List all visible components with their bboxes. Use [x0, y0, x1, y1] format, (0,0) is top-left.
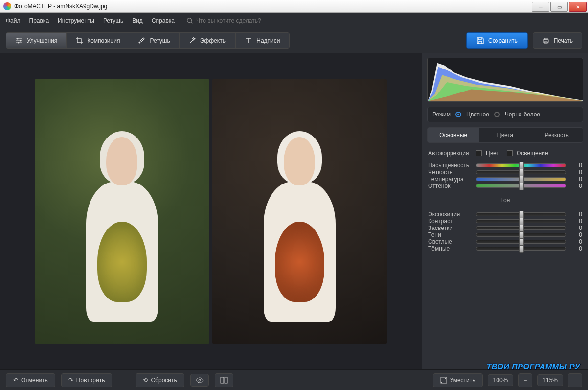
- slider-thumb[interactable]: [519, 183, 524, 190]
- print-button[interactable]: Печать: [533, 32, 582, 49]
- slider-row-tone-5: Тёмные0: [428, 245, 582, 252]
- tool-retouch-label: Ретушь: [150, 37, 170, 44]
- text-icon: [245, 37, 252, 45]
- zoom-current[interactable]: 115%: [537, 374, 563, 386]
- slider-track[interactable]: [476, 177, 566, 181]
- slider-label: Оттенок: [428, 183, 472, 189]
- menu-help[interactable]: Справка: [151, 15, 176, 26]
- tab-sharpness[interactable]: Резкость: [531, 128, 583, 142]
- menu-view[interactable]: Вид: [131, 15, 144, 26]
- tool-enhance-label: Улучшения: [27, 37, 57, 44]
- slider-row-top-0: Насыщенность0: [428, 162, 582, 169]
- slider-thumb[interactable]: [519, 245, 524, 253]
- undo-label: Отменить: [21, 377, 48, 384]
- slider-label: Экспозиция: [428, 211, 472, 218]
- slider-track[interactable]: [476, 219, 566, 223]
- mode-label: Режим: [432, 111, 451, 118]
- search-input[interactable]: [196, 17, 284, 24]
- slider-label: Температура: [428, 176, 472, 183]
- compare-button[interactable]: [215, 373, 233, 387]
- auto-light-checkbox[interactable]: [507, 150, 513, 156]
- slider-track[interactable]: [476, 184, 566, 188]
- fit-button[interactable]: Уместить: [433, 373, 483, 387]
- slider-track[interactable]: [476, 240, 566, 244]
- menu-edit[interactable]: Правка: [28, 15, 50, 26]
- tool-composition[interactable]: Композиция: [67, 33, 129, 48]
- redo-button[interactable]: ↷ Повторить: [61, 373, 113, 387]
- eye-icon: [196, 377, 204, 383]
- menu-search: [186, 17, 284, 24]
- canvas-area: [0, 53, 422, 369]
- side-panel: Режим Цветное Черно-белое Основные Цвета…: [422, 53, 588, 369]
- menu-bar: Файл Правка Инструменты Ретушь Вид Справ…: [0, 13, 588, 28]
- zoom-actual[interactable]: 100%: [488, 374, 514, 386]
- slider-value: 0: [570, 211, 582, 218]
- crop-icon: [75, 37, 83, 45]
- slider-row-tone-0: Экспозиция0: [428, 211, 582, 218]
- redo-icon: ↷: [68, 377, 73, 384]
- slider-row-tone-3: Тени0: [428, 231, 582, 238]
- slider-track[interactable]: [476, 247, 566, 251]
- window-maximize-button[interactable]: ▭: [550, 2, 568, 12]
- redo-label: Повторить: [76, 377, 105, 384]
- slider-label: Светлые: [428, 238, 472, 245]
- reset-button[interactable]: ⟲ Сбросить: [136, 373, 184, 387]
- svg-point-3: [20, 40, 22, 42]
- adjust-panel: Автокоррекция Цвет Освещение Насыщенност…: [427, 148, 583, 254]
- slider-track[interactable]: [476, 226, 566, 230]
- slider-label: Контраст: [428, 218, 472, 225]
- adjust-tabs: Основные Цвета Резкость: [427, 127, 583, 143]
- tab-basic[interactable]: Основные: [428, 128, 479, 142]
- tool-effects-label: Эффекты: [200, 37, 227, 44]
- menu-tools[interactable]: Инструменты: [57, 15, 95, 26]
- sliders-icon: [15, 37, 23, 45]
- slider-label: Чёткость: [428, 169, 472, 176]
- zoom-in-button[interactable]: +: [568, 373, 582, 387]
- auto-color-checkbox[interactable]: [476, 150, 482, 156]
- slider-track[interactable]: [476, 212, 566, 216]
- toggle-preview-button[interactable]: [190, 374, 209, 387]
- slider-row-top-2: Температура0: [428, 176, 582, 183]
- tool-captions[interactable]: Надписи: [236, 33, 289, 48]
- auto-color-label[interactable]: Цвет: [486, 150, 499, 157]
- app-icon: [3, 2, 11, 10]
- menu-file[interactable]: Файл: [5, 15, 22, 26]
- window-minimize-button[interactable]: ─: [532, 2, 549, 12]
- brush-icon: [138, 37, 146, 45]
- svg-point-0: [187, 18, 192, 22]
- slider-value: 0: [570, 238, 582, 245]
- slider-row-tone-1: Контраст0: [428, 218, 582, 225]
- slider-value: 0: [570, 225, 582, 231]
- tool-enhance[interactable]: Улучшения: [6, 33, 67, 48]
- mode-color-radio[interactable]: [455, 112, 461, 117]
- slider-track[interactable]: [476, 163, 566, 167]
- tab-colors[interactable]: Цвета: [479, 128, 531, 142]
- slider-track[interactable]: [476, 233, 566, 237]
- auto-light-label[interactable]: Освещение: [517, 150, 548, 157]
- tool-effects[interactable]: Эффекты: [180, 33, 236, 48]
- auto-label: Автокоррекция: [428, 150, 472, 157]
- slider-value: 0: [570, 218, 582, 225]
- window-close-button[interactable]: ✕: [569, 2, 587, 12]
- zoom-controls: Уместить 100% − 115% +: [433, 373, 582, 387]
- slider-value: 0: [570, 169, 582, 176]
- window-title: ФотоМАСТЕР - amNskXA9gDw.jpg: [14, 3, 532, 10]
- svg-point-8: [199, 379, 201, 381]
- slider-value: 0: [570, 162, 582, 169]
- save-button[interactable]: Сохранить: [466, 32, 528, 49]
- minus-icon: −: [523, 377, 527, 384]
- mode-color-label[interactable]: Цветное: [466, 111, 489, 118]
- mode-bw-label[interactable]: Черно-белое: [505, 111, 540, 118]
- menu-retouch[interactable]: Ретушь: [102, 15, 124, 26]
- auto-correction-row: Автокоррекция Цвет Освещение: [428, 150, 582, 157]
- slider-track[interactable]: [476, 170, 566, 174]
- undo-button[interactable]: ↶ Отменить: [6, 373, 55, 387]
- fit-icon: [440, 377, 447, 384]
- mode-bw-radio[interactable]: [494, 112, 500, 117]
- zoom-out-button[interactable]: −: [518, 373, 532, 387]
- slider-value: 0: [570, 231, 582, 238]
- slider-row-tone-4: Светлые0: [428, 238, 582, 245]
- tool-retouch[interactable]: Ретушь: [129, 33, 179, 48]
- image-preview[interactable]: [35, 79, 387, 344]
- status-bar: ↶ Отменить ↷ Повторить ⟲ Сбросить Умести…: [0, 369, 588, 390]
